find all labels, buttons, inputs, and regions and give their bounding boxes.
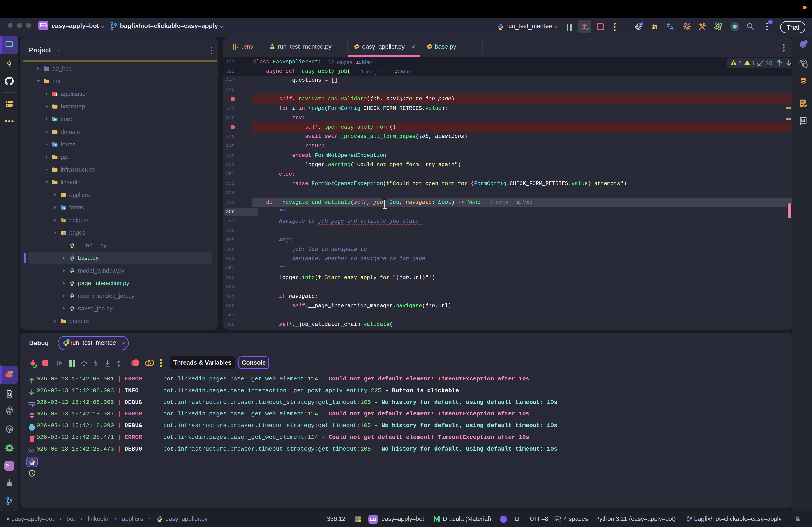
svg-text:A: A: [802, 119, 804, 122]
